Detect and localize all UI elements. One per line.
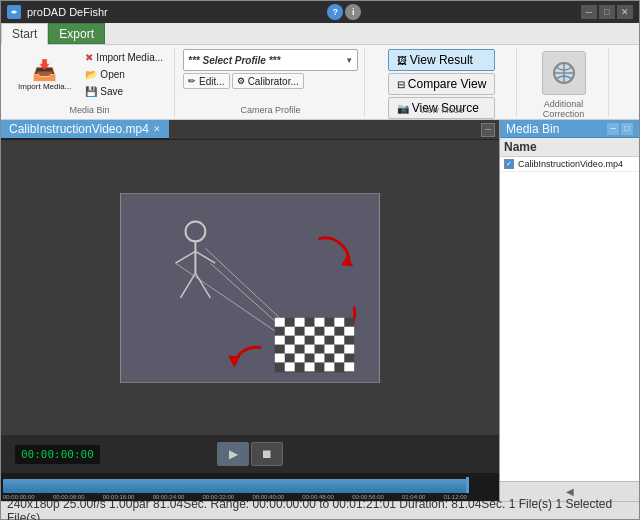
svg-rect-22 bbox=[305, 326, 315, 335]
view-mode-area: 🖼 View Result ⊟ Compare View 📷 View Sour… bbox=[388, 49, 495, 131]
ribbon-group-media-bin: 📥 Import Media... ✖ Import Media... 📂 Op… bbox=[5, 47, 175, 117]
open-button[interactable]: 📂 Open bbox=[80, 66, 168, 82]
svg-rect-38 bbox=[305, 362, 315, 371]
svg-rect-30 bbox=[305, 344, 315, 353]
status-bar: 240x180p 25.00f/s 1.00par 81.04Sec. Rang… bbox=[1, 501, 639, 519]
timeline-marker-6: 00:00:48:00 bbox=[302, 494, 334, 500]
video-tab-close-button[interactable]: ✕ bbox=[153, 124, 161, 134]
profile-dropdown[interactable]: *** Select Profile *** ▼ bbox=[183, 49, 358, 71]
profile-buttons: ✏ Edit... ⚙ Calibrator... bbox=[183, 73, 358, 89]
titlebar: proDAD DeFishr ? i ─ □ ✕ bbox=[1, 1, 639, 23]
ribbon-content: 📥 Import Media... ✖ Import Media... 📂 Op… bbox=[1, 45, 639, 119]
svg-rect-17 bbox=[275, 317, 285, 326]
media-bin-item[interactable]: ✓ CalibInstructionVideo.mp4 bbox=[500, 157, 639, 172]
help-button[interactable]: ? bbox=[327, 4, 343, 20]
ribbon-group-camera-profile: *** Select Profile *** ▼ ✏ Edit... ⚙ Cal… bbox=[177, 47, 365, 117]
media-bin-filename: CalibInstructionVideo.mp4 bbox=[518, 159, 623, 169]
media-bin-minimize-button[interactable]: ─ bbox=[607, 123, 619, 135]
timeline-marker-7: 00:00:56:00 bbox=[352, 494, 384, 500]
timeline-marker-4: 00:00:32:00 bbox=[203, 494, 235, 500]
additional-correction-label: Additional Correction bbox=[534, 99, 594, 119]
profile-dropdown-text: *** Select Profile *** bbox=[188, 55, 345, 66]
media-bin-header-controls: ─ □ bbox=[607, 123, 633, 135]
svg-rect-21 bbox=[285, 326, 295, 335]
svg-rect-23 bbox=[324, 326, 334, 335]
open-icon: 📂 bbox=[85, 69, 97, 80]
import-media-button[interactable]: 📥 Import Media... bbox=[11, 49, 78, 101]
svg-rect-26 bbox=[295, 335, 305, 344]
calibrator-button[interactable]: ⚙ Calibrator... bbox=[232, 73, 304, 89]
stop-button[interactable]: ⏹ bbox=[251, 442, 283, 466]
additional-correction-icon bbox=[542, 51, 586, 95]
ribbon-group-additional-correction: Additional Correction bbox=[519, 47, 609, 117]
ribbon-group-view-mode: 🖼 View Result ⊟ Compare View 📷 View Sour… bbox=[367, 47, 517, 117]
additional-area: Additional Correction bbox=[534, 49, 594, 121]
help-icons: ? i bbox=[327, 4, 361, 20]
media-bin-checkbox[interactable]: ✓ bbox=[504, 159, 514, 169]
timeline-clip bbox=[3, 479, 467, 493]
app-icon bbox=[7, 5, 21, 19]
compare-icon: ⊟ bbox=[397, 79, 405, 90]
svg-rect-19 bbox=[315, 317, 325, 326]
svg-rect-28 bbox=[334, 335, 344, 344]
video-tab-label: CalibInstructionVideo.mp4 bbox=[9, 122, 149, 136]
svg-rect-39 bbox=[324, 362, 334, 371]
media-bin-title: Media Bin bbox=[506, 122, 559, 136]
timeline-markers: 00:00:00:00 00:00:08:00 00:00:16:00 00:0… bbox=[3, 494, 499, 500]
svg-rect-27 bbox=[315, 335, 325, 344]
main-window: proDAD DeFishr ? i ─ □ ✕ Start Export bbox=[0, 0, 640, 520]
calib-video-content bbox=[121, 193, 379, 383]
svg-rect-25 bbox=[275, 335, 285, 344]
svg-rect-18 bbox=[295, 317, 305, 326]
compare-view-button[interactable]: ⊟ Compare View bbox=[388, 73, 495, 95]
media-bin-scroll-left[interactable]: ◀ bbox=[566, 486, 574, 497]
media-bin-name-column: Name bbox=[504, 140, 537, 154]
window-controls: ─ □ ✕ bbox=[581, 5, 633, 19]
tab-start[interactable]: Start bbox=[1, 23, 48, 45]
maximize-button[interactable]: □ bbox=[599, 5, 615, 19]
window-title: proDAD DeFishr bbox=[27, 6, 108, 18]
play-button[interactable]: ▶ bbox=[217, 442, 249, 466]
view-mode-group-label: View Mode bbox=[367, 105, 516, 115]
camera-profile-group-label: Camera Profile bbox=[177, 105, 364, 115]
dropdown-arrow-icon: ▼ bbox=[345, 56, 353, 65]
save-icon: 💾 bbox=[85, 86, 97, 97]
timeline-marker-0: 00:00:00:00 bbox=[3, 494, 35, 500]
save-button[interactable]: 💾 Save bbox=[80, 83, 168, 99]
tab-export[interactable]: Export bbox=[48, 23, 105, 44]
minimize-button[interactable]: ─ bbox=[581, 5, 597, 19]
media-bin-header: Media Bin ─ □ bbox=[500, 120, 639, 138]
view-result-button[interactable]: 🖼 View Result bbox=[388, 49, 495, 71]
close-button[interactable]: ✕ bbox=[617, 5, 633, 19]
timeline-marker-1: 00:00:08:00 bbox=[53, 494, 85, 500]
ribbon-tabs: Start Export bbox=[1, 23, 639, 45]
clear-button[interactable]: ✖ Import Media... bbox=[80, 49, 168, 65]
svg-rect-35 bbox=[315, 353, 325, 362]
svg-rect-37 bbox=[285, 362, 295, 371]
media-bin-float-button[interactable]: □ bbox=[621, 123, 633, 135]
import-label: Import Media... bbox=[18, 82, 71, 91]
play-icon: ▶ bbox=[229, 447, 238, 461]
edit-button[interactable]: ✏ Edit... bbox=[183, 73, 230, 89]
clear-icon: ✖ bbox=[85, 52, 93, 63]
svg-rect-29 bbox=[285, 344, 295, 353]
timeline-marker-8: 01:04:00 bbox=[402, 494, 425, 500]
stop-icon: ⏹ bbox=[261, 447, 273, 461]
video-panel: CalibInstructionVideo.mp4 ✕ ─ bbox=[1, 120, 499, 501]
media-bin-panel: Media Bin ─ □ Name ✓ CalibInstructionVid… bbox=[499, 120, 639, 501]
svg-rect-20 bbox=[334, 317, 344, 326]
profile-area: *** Select Profile *** ▼ ✏ Edit... ⚙ Cal… bbox=[183, 49, 358, 101]
svg-rect-33 bbox=[275, 353, 285, 362]
svg-rect-36 bbox=[334, 353, 344, 362]
ribbon: Start Export 📥 Import Media... ✖ bbox=[1, 23, 639, 120]
media-small-buttons: ✖ Import Media... 📂 Open 💾 Save bbox=[80, 49, 168, 111]
transport-controls: ▶ ⏹ bbox=[217, 442, 283, 466]
timeline-marker-3: 00:00:24:00 bbox=[153, 494, 185, 500]
info-button[interactable]: i bbox=[345, 4, 361, 20]
time-display: 00:00:00:00 bbox=[15, 445, 100, 464]
view-result-icon: 🖼 bbox=[397, 55, 407, 66]
timeline[interactable]: 00:00:00:00 00:00:08:00 00:00:16:00 00:0… bbox=[1, 473, 499, 501]
import-icon: 📥 bbox=[32, 60, 57, 80]
edit-icon: ✏ bbox=[188, 76, 196, 86]
titlebar-left: proDAD DeFishr bbox=[7, 5, 108, 19]
